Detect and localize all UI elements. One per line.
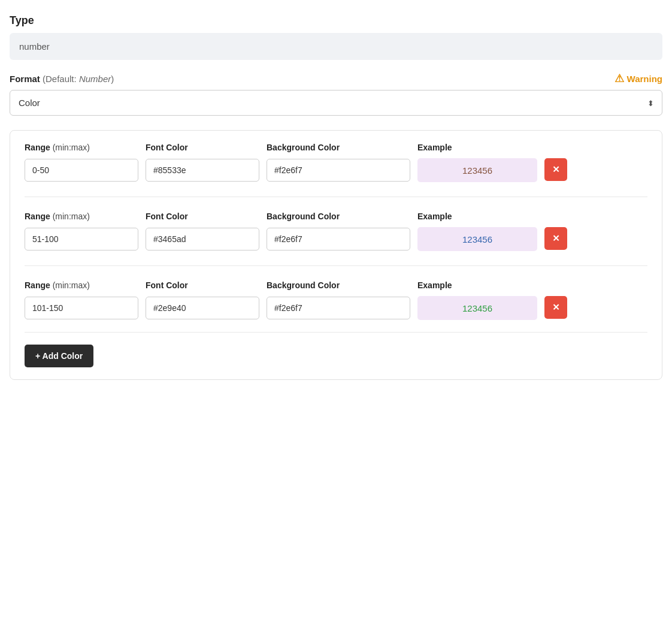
rule-header-row: Range (min:max) Font Color Background Co… — [25, 280, 647, 290]
format-select-wrapper: Color Number Percentage Currency ⬍ — [10, 90, 662, 116]
format-default-prefix: (Default: — [43, 74, 79, 84]
bg-color-input[interactable] — [267, 228, 410, 250]
rule-row: 123456 ✕ — [25, 296, 647, 320]
delete-rule-button[interactable]: ✕ — [544, 158, 567, 181]
example-col-label: Example — [417, 212, 537, 221]
example-preview: 123456 — [417, 227, 537, 251]
font-color-input[interactable] — [146, 228, 259, 250]
add-color-button[interactable]: + Add Color — [25, 345, 93, 367]
range-input[interactable] — [25, 297, 138, 319]
bg-color-input[interactable] — [267, 297, 410, 319]
range-col-label: Range (min:max) — [25, 280, 138, 290]
format-section: Format (Default: Number) ⚠ Warning Color… — [10, 72, 662, 116]
font-color-input[interactable] — [146, 297, 259, 319]
rule-row: 123456 ✕ — [25, 227, 647, 251]
warning-badge: ⚠ Warning — [615, 72, 662, 85]
rule-row: 123456 ✕ — [25, 158, 647, 182]
type-title: Type — [10, 14, 662, 27]
format-label-group: Format (Default: Number) — [10, 74, 114, 84]
warning-icon: ⚠ — [615, 72, 624, 85]
bg-color-col-label: Background Color — [267, 212, 410, 221]
range-input[interactable] — [25, 228, 138, 250]
rule-header-row: Range (min:max) Font Color Background Co… — [25, 212, 647, 221]
color-rule: Range (min:max) Font Color Background Co… — [25, 280, 647, 320]
type-value-display: number — [10, 33, 662, 60]
format-label: Format (Default: Number) — [10, 74, 114, 84]
font-color-col-label: Font Color — [146, 212, 259, 221]
delete-rule-button[interactable]: ✕ — [544, 227, 567, 250]
bg-color-col-label: Background Color — [267, 143, 410, 152]
font-color-col-label: Font Color — [146, 143, 259, 152]
type-section: Type number — [10, 14, 662, 60]
range-input[interactable] — [25, 159, 138, 182]
warning-label: Warning — [627, 74, 662, 84]
example-col-label: Example — [417, 143, 537, 152]
color-rule: Range (min:max) Font Color Background Co… — [25, 212, 647, 266]
color-rules-container: Range (min:max) Font Color Background Co… — [10, 130, 662, 380]
format-select[interactable]: Color Number Percentage Currency — [10, 90, 662, 116]
example-preview: 123456 — [417, 158, 537, 182]
format-default-value: Number — [79, 74, 111, 84]
example-col-label: Example — [417, 280, 537, 290]
rule-header-row: Range (min:max) Font Color Background Co… — [25, 143, 647, 152]
color-rule: Range (min:max) Font Color Background Co… — [25, 143, 647, 197]
font-color-input[interactable] — [146, 159, 259, 182]
delete-rule-button[interactable]: ✕ — [544, 296, 567, 319]
range-col-label: Range (min:max) — [25, 143, 138, 152]
example-preview: 123456 — [417, 296, 537, 320]
bg-color-col-label: Background Color — [267, 280, 410, 290]
format-header-row: Format (Default: Number) ⚠ Warning — [10, 72, 662, 85]
bg-color-input[interactable] — [267, 159, 410, 182]
range-col-label: Range (min:max) — [25, 212, 138, 221]
font-color-col-label: Font Color — [146, 280, 259, 290]
